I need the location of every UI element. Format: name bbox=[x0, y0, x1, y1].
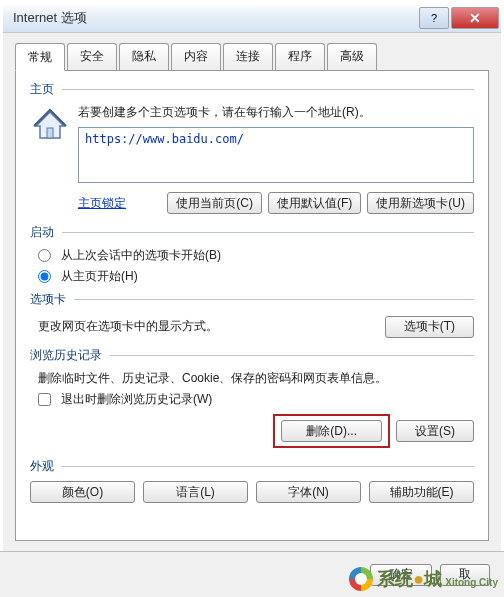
startup-radio-last-session[interactable]: 从上次会话中的选项卡开始(B) bbox=[38, 247, 474, 264]
radio-last-session[interactable] bbox=[38, 249, 51, 262]
delete-on-exit-checkbox[interactable] bbox=[38, 393, 51, 406]
use-current-button[interactable]: 使用当前页(C) bbox=[167, 192, 262, 214]
history-desc: 删除临时文件、历史记录、Cookie、保存的密码和网页表单信息。 bbox=[38, 370, 474, 387]
close-button[interactable]: ✕ bbox=[451, 7, 499, 29]
radio-last-session-label: 从上次会话中的选项卡开始(B) bbox=[61, 247, 221, 264]
radio-homepage-label: 从主页开始(H) bbox=[61, 268, 138, 285]
section-tabs-label: 选项卡 bbox=[30, 291, 474, 308]
window-title: Internet 选项 bbox=[13, 9, 417, 27]
home-icon bbox=[30, 104, 70, 144]
cancel-button[interactable]: 取 bbox=[440, 564, 490, 586]
dialog-footer: 确定 取 bbox=[0, 551, 504, 597]
titlebar: Internet 选项 ? ✕ bbox=[3, 3, 501, 33]
section-history-label: 浏览历史记录 bbox=[30, 347, 474, 364]
tab-pane-general: 主页 若要创建多个主页选项卡，请在每行输入一个地址(R)。 主页锁定 使用当前页… bbox=[15, 71, 489, 541]
tab-content[interactable]: 内容 bbox=[171, 43, 221, 70]
language-button[interactable]: 语言(L) bbox=[143, 481, 248, 503]
tabs-option-row: 更改网页在选项卡中的显示方式。 选项卡(T) bbox=[30, 314, 474, 339]
section-startup-label: 启动 bbox=[30, 224, 474, 241]
homepage-url-input[interactable] bbox=[78, 127, 474, 183]
delete-button-highlight: 删除(D)... bbox=[273, 414, 390, 448]
startup-radio-homepage[interactable]: 从主页开始(H) bbox=[38, 268, 474, 285]
history-button-row: 删除(D)... 设置(S) bbox=[30, 414, 474, 448]
homepage-row: 若要创建多个主页选项卡，请在每行输入一个地址(R)。 bbox=[30, 104, 474, 186]
fonts-button[interactable]: 字体(N) bbox=[256, 481, 361, 503]
accessibility-button[interactable]: 辅助功能(E) bbox=[369, 481, 474, 503]
colors-button[interactable]: 颜色(O) bbox=[30, 481, 135, 503]
tab-advanced[interactable]: 高级 bbox=[327, 43, 377, 70]
section-homepage-label: 主页 bbox=[30, 81, 474, 98]
svg-rect-0 bbox=[47, 128, 53, 138]
tab-general[interactable]: 常规 bbox=[15, 43, 65, 71]
content-area: 常规 安全 隐私 内容 连接 程序 高级 主页 若要创建多个主页选项卡，请在每行… bbox=[3, 33, 501, 535]
tab-programs[interactable]: 程序 bbox=[275, 43, 325, 70]
delete-on-exit-row[interactable]: 退出时删除浏览历史记录(W) bbox=[38, 391, 474, 408]
homepage-lock-link[interactable]: 主页锁定 bbox=[78, 195, 126, 212]
appearance-button-row: 颜色(O) 语言(L) 字体(N) 辅助功能(E) bbox=[30, 481, 474, 503]
titlebar-buttons: ? ✕ bbox=[417, 7, 499, 29]
tabs-desc: 更改网页在选项卡中的显示方式。 bbox=[38, 318, 218, 335]
section-appearance-label: 外观 bbox=[30, 458, 474, 475]
use-newtab-button[interactable]: 使用新选项卡(U) bbox=[367, 192, 474, 214]
tab-strip: 常规 安全 隐私 内容 连接 程序 高级 bbox=[15, 43, 489, 71]
ok-button[interactable]: 确定 bbox=[370, 564, 432, 586]
homepage-button-row: 主页锁定 使用当前页(C) 使用默认值(F) 使用新选项卡(U) bbox=[30, 192, 474, 214]
dialog-window: Internet 选项 ? ✕ 常规 安全 隐私 内容 连接 程序 高级 主页 … bbox=[0, 0, 504, 597]
help-button[interactable]: ? bbox=[419, 7, 449, 29]
delete-on-exit-label: 退出时删除浏览历史记录(W) bbox=[61, 391, 212, 408]
homepage-text: 若要创建多个主页选项卡，请在每行输入一个地址(R)。 bbox=[78, 104, 474, 186]
homepage-desc: 若要创建多个主页选项卡，请在每行输入一个地址(R)。 bbox=[78, 104, 474, 121]
radio-homepage[interactable] bbox=[38, 270, 51, 283]
tab-connections[interactable]: 连接 bbox=[223, 43, 273, 70]
history-settings-button[interactable]: 设置(S) bbox=[396, 420, 474, 442]
tab-security[interactable]: 安全 bbox=[67, 43, 117, 70]
delete-history-button[interactable]: 删除(D)... bbox=[281, 420, 382, 442]
tabs-button[interactable]: 选项卡(T) bbox=[385, 316, 474, 338]
tab-privacy[interactable]: 隐私 bbox=[119, 43, 169, 70]
use-default-button[interactable]: 使用默认值(F) bbox=[268, 192, 361, 214]
